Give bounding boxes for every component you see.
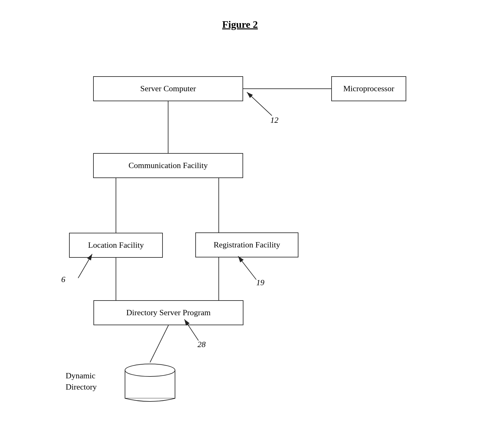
comm-facility-box: Communication Facility [93, 153, 243, 178]
comm-facility-label: Communication Facility [128, 161, 208, 170]
location-facility-box: Location Facility [69, 233, 163, 258]
figure-title: Figure 2 [222, 19, 258, 30]
dynamic-directory-label: Dynamic Directory [66, 370, 97, 393]
dynamic-directory-cylinder [122, 362, 178, 403]
ref-label-28: 28 [198, 340, 206, 349]
svg-line-5 [247, 92, 272, 116]
directory-server-label: Directory Server Program [126, 308, 211, 317]
registration-facility-label: Registration Facility [213, 240, 280, 250]
page: Figure 2 Server Computer Microprocessor … [0, 0, 480, 448]
dynamic-label-line1: Dynamic [66, 370, 97, 381]
ref-label-19: 19 [256, 278, 264, 287]
svg-line-12 [238, 256, 256, 280]
dynamic-label-line2: Directory [66, 381, 97, 393]
location-facility-label: Location Facility [88, 241, 144, 250]
server-computer-box: Server Computer [93, 76, 243, 101]
server-computer-label: Server Computer [140, 84, 196, 93]
registration-facility-box: Registration Facility [195, 232, 298, 257]
directory-server-box: Directory Server Program [93, 300, 243, 325]
ref-label-12: 12 [270, 116, 278, 125]
svg-line-13 [150, 325, 168, 362]
ref-label-6: 6 [61, 275, 65, 284]
microprocessor-box: Microprocessor [331, 76, 406, 101]
microprocessor-label: Microprocessor [343, 84, 394, 93]
svg-point-1 [125, 364, 175, 376]
